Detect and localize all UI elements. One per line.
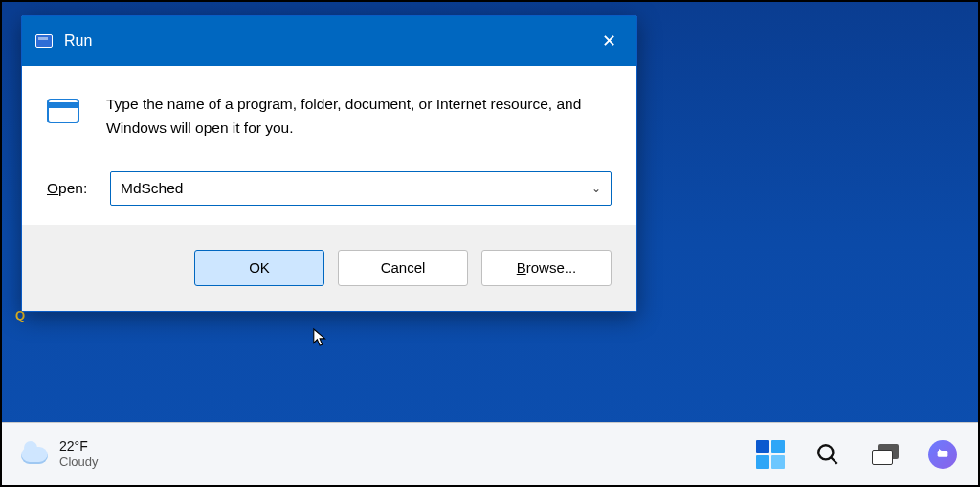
open-input[interactable] [121, 180, 588, 197]
dialog-body: Type the name of a program, folder, docu… [22, 66, 636, 225]
search-icon [815, 442, 840, 467]
taskbar[interactable]: 22°F Cloudy [2, 422, 978, 485]
browse-button[interactable]: Browse... [481, 250, 612, 286]
run-dialog: Run ✕ Type the name of a program, folder… [21, 15, 637, 312]
task-view-icon [872, 444, 899, 465]
prompt-text: Type the name of a program, folder, docu… [106, 93, 612, 141]
ok-button[interactable]: OK [194, 250, 324, 286]
cancel-button[interactable]: Cancel [338, 250, 468, 286]
window-title: Run [64, 33, 92, 50]
start-button[interactable] [756, 440, 785, 469]
svg-line-1 [831, 457, 837, 464]
weather-condition: Cloudy [59, 454, 98, 470]
titlebar[interactable]: Run ✕ [22, 16, 636, 66]
weather-temperature: 22°F [59, 438, 98, 454]
cancel-label: Cancel [381, 259, 426, 276]
run-icon [47, 99, 83, 127]
dialog-footer: OK Cancel Browse... [22, 225, 636, 311]
task-view-button[interactable] [871, 440, 900, 469]
open-label: Open: [47, 180, 95, 197]
browse-label: Browse... [517, 259, 577, 276]
chat-icon [928, 440, 957, 469]
svg-rect-2 [938, 451, 948, 457]
close-button[interactable]: ✕ [581, 16, 636, 66]
windows-icon [756, 440, 785, 469]
weather-icon [17, 441, 50, 466]
run-title-icon [35, 34, 53, 48]
svg-point-0 [818, 445, 833, 459]
chat-button[interactable] [928, 440, 957, 469]
ok-label: OK [249, 259, 270, 276]
close-icon: ✕ [602, 33, 616, 50]
weather-widget[interactable]: 22°F Cloudy [17, 438, 98, 469]
open-combobox[interactable]: ⌄ [110, 171, 612, 206]
chevron-down-icon[interactable]: ⌄ [588, 182, 605, 195]
search-button[interactable] [813, 440, 842, 469]
